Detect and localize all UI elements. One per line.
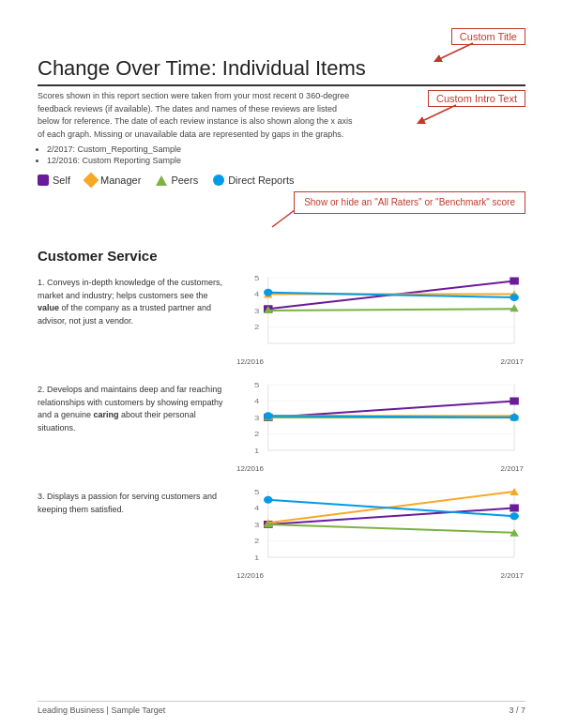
svg-text:5: 5 bbox=[254, 381, 259, 389]
svg-text:3: 3 bbox=[254, 521, 259, 529]
svg-point-73 bbox=[510, 512, 519, 520]
custom-title-arrow bbox=[428, 41, 475, 62]
x-label-start: 12/2016 bbox=[236, 571, 264, 580]
svg-text:2: 2 bbox=[254, 537, 259, 545]
svg-point-25 bbox=[510, 294, 519, 301]
chart-2: 5 4 3 2 1 bbox=[235, 380, 525, 474]
report-page: Custom Title Change Over Time: Individua… bbox=[0, 0, 563, 728]
direct-reports-icon bbox=[213, 174, 224, 186]
intro-bullets: 2/2017: Custom_Reporting_Sample 12/2016:… bbox=[47, 144, 525, 165]
item-number-1: 1. bbox=[38, 278, 47, 287]
svg-point-48 bbox=[264, 412, 273, 419]
chart-1: 5 4 3 2 bbox=[235, 273, 525, 367]
svg-line-0 bbox=[437, 43, 473, 60]
bullet-1: 2/2017: Custom_Reporting_Sample bbox=[47, 144, 525, 154]
chart-labels-2: 12/2016 2/2017 bbox=[235, 464, 525, 473]
bullet-2: 12/2016: Custom Reporting Sample bbox=[47, 156, 525, 165]
footer: Leading Business | Sample Target 3 / 7 bbox=[38, 701, 525, 715]
table-row: 3. Displays a passion for serving custom… bbox=[38, 487, 525, 581]
table-row: 1. Conveys in-depth knowledge of the cus… bbox=[38, 273, 525, 367]
direct-reports-label: Direct Reports bbox=[228, 174, 294, 186]
svg-rect-16 bbox=[510, 278, 519, 285]
self-icon bbox=[38, 174, 49, 186]
custom-intro-arrow bbox=[411, 103, 458, 124]
item-number-2: 2. bbox=[38, 385, 47, 394]
x-label-end: 2/2017 bbox=[501, 464, 524, 473]
svg-text:3: 3 bbox=[254, 414, 259, 422]
section-title: Customer Service bbox=[38, 248, 525, 264]
all-raters-bubble: Show or hide an "All Raters" or "Benchma… bbox=[294, 191, 525, 214]
svg-line-1 bbox=[420, 105, 456, 122]
legend-manager: Manager bbox=[85, 174, 141, 186]
item-number-3: 3. bbox=[38, 492, 47, 501]
svg-point-72 bbox=[264, 496, 273, 504]
svg-line-20 bbox=[268, 309, 514, 311]
intro-area: Scores shown in this report section were… bbox=[38, 90, 525, 165]
x-label-end: 2/2017 bbox=[501, 357, 524, 366]
svg-text:4: 4 bbox=[254, 290, 259, 298]
footer-right: 3 / 7 bbox=[509, 705, 525, 715]
svg-text:4: 4 bbox=[254, 397, 259, 405]
svg-marker-22 bbox=[510, 304, 519, 311]
table-row: 2. Develops and maintains deep and far r… bbox=[38, 380, 525, 474]
manager-label: Manager bbox=[100, 174, 141, 186]
x-label-end: 2/2017 bbox=[501, 571, 524, 580]
peers-icon bbox=[156, 175, 167, 186]
svg-text:5: 5 bbox=[254, 488, 259, 496]
svg-text:1: 1 bbox=[254, 554, 259, 562]
legend-direct-reports: Direct Reports bbox=[213, 174, 294, 186]
svg-line-68 bbox=[268, 524, 514, 533]
legend-peers: Peers bbox=[156, 174, 198, 186]
intro-text: Scores shown in this report section were… bbox=[38, 90, 357, 141]
peers-label: Peers bbox=[171, 174, 198, 186]
svg-text:5: 5 bbox=[254, 274, 259, 282]
x-label-start: 12/2016 bbox=[236, 357, 264, 366]
chart-svg-3: 5 4 3 2 1 bbox=[235, 487, 525, 567]
legend: Self Manager Peers Direct Reports bbox=[38, 174, 525, 186]
item-text-2: 2. Develops and maintains deep and far r… bbox=[38, 380, 225, 434]
all-raters-area: Show or hide an "All Raters" or "Benchma… bbox=[38, 191, 525, 242]
item-text-3: 3. Displays a passion for serving custom… bbox=[38, 487, 225, 516]
all-raters-label: Show or hide an "All Raters" or "Benchma… bbox=[294, 191, 525, 214]
legend-self: Self bbox=[38, 174, 70, 186]
chart-svg-1: 5 4 3 2 bbox=[235, 273, 525, 353]
svg-text:2: 2 bbox=[254, 430, 259, 438]
svg-line-62 bbox=[268, 508, 514, 525]
chart-3: 5 4 3 2 1 bbox=[235, 487, 525, 581]
svg-text:4: 4 bbox=[254, 504, 259, 512]
chart-labels-1: 12/2016 2/2017 bbox=[235, 357, 525, 366]
svg-point-49 bbox=[510, 414, 519, 421]
x-label-start: 12/2016 bbox=[236, 464, 264, 473]
chart-labels-3: 12/2016 2/2017 bbox=[235, 571, 525, 580]
chart-svg-2: 5 4 3 2 1 bbox=[235, 380, 525, 460]
svg-rect-40 bbox=[510, 398, 519, 405]
svg-point-24 bbox=[264, 289, 273, 296]
svg-text:1: 1 bbox=[254, 447, 259, 455]
item-text-1: 1. Conveys in-depth knowledge of the cus… bbox=[38, 273, 225, 327]
self-label: Self bbox=[53, 174, 70, 186]
manager-icon bbox=[83, 173, 99, 189]
svg-text:3: 3 bbox=[254, 307, 259, 315]
svg-text:2: 2 bbox=[254, 323, 259, 331]
footer-left: Leading Business | Sample Target bbox=[38, 705, 165, 715]
svg-rect-64 bbox=[510, 505, 519, 512]
